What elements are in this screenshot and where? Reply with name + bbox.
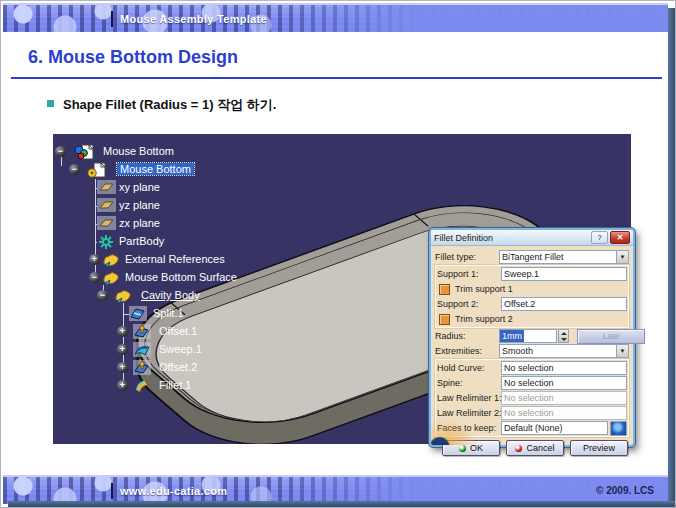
offset-icon [133,324,153,340]
group-frame-supports: Support 1:Sweep.1Trim support 1Support 2… [435,265,629,328]
field-label: Faces to keep: [437,423,501,433]
status-dot-icon [515,445,522,452]
openbody-icon [113,288,133,304]
tree-item-mouse-bottom[interactable]: −Mouse Bottom [53,143,631,161]
tree-item-label[interactable]: Mouse Bottom [117,163,194,175]
tree-item-mouse-bottom-part[interactable]: −Mouse Bottom [53,161,631,179]
footer-copyright: © 2009. LCS [596,485,654,496]
tree-item-xy-plane[interactable]: xy plane [53,179,631,197]
row-trim-support-1: Trim support 1 [437,282,627,296]
dropdown-value: Smooth [502,346,533,356]
slide-right-edge [668,8,675,507]
product-icon [73,144,93,160]
input-support-2[interactable]: Offset.2 [501,297,627,311]
field-label: Spine: [437,378,501,388]
row-radius: Radius:1mmLaw [435,329,629,343]
row-trim-support-2: Trim support 2 [437,312,627,326]
field-label: Fillet type: [435,252,499,262]
fillet-definition-dialog: Fillet Definition ? ✕ Fillet type:BiTang… [429,228,635,447]
tree-item-label[interactable]: Cavity Body [141,289,200,301]
tree-item-label[interactable]: PartBody [119,235,164,247]
expand-icon[interactable]: + [117,326,128,337]
field-label: Radius: [435,331,499,341]
fillet-icon [133,378,153,394]
field-label: Support 2: [437,299,501,309]
input-support-1[interactable]: Sweep.1 [501,267,627,281]
row-hold-curve: Hold Curve:No selection [437,361,627,375]
row-support-1: Support 1:Sweep.1 [437,267,627,281]
split-icon [129,306,149,322]
expand-icon[interactable]: + [117,362,128,373]
tree-item-label[interactable]: Offset.2 [159,361,197,373]
button-label: Cancel [526,443,554,453]
collapse-icon[interactable]: − [55,146,66,157]
field-label: Law Relimiter 2: [437,408,501,418]
row-law-relimiter-2: Law Relimiter 2:No selection [437,406,627,420]
offset-icon [133,360,153,376]
chevron-down-icon[interactable]: ▼ [616,251,628,263]
collapse-icon[interactable]: − [97,290,108,301]
dialog-titlebar[interactable]: Fillet Definition ? ✕ [431,230,633,246]
slide-bottom-edge [8,501,675,507]
tree-item-label[interactable]: yz plane [119,199,160,211]
plane-icon [97,198,117,214]
checkbox-trim-support-1[interactable] [439,284,450,295]
expand-icon[interactable]: + [117,380,128,391]
tree-item-label[interactable]: Mouse Bottom Surface [125,271,237,283]
collapse-icon[interactable]: − [89,272,100,283]
checkbox-label: Trim support 2 [455,314,513,324]
plane-icon [97,216,117,232]
expand-icon[interactable]: + [89,254,100,265]
dialog-button-row: OKCancelPreview [435,440,629,456]
checkbox-trim-support-2[interactable] [439,314,450,325]
ok-button[interactable]: OK [442,440,500,456]
status-dot-icon [459,445,466,452]
radius-spinner[interactable] [558,329,569,343]
chevron-down-icon[interactable]: ▼ [616,345,628,357]
input-spine[interactable]: No selection [501,376,627,390]
tree-item-label[interactable]: Sweep.1 [159,343,202,355]
footer-banner: www.edu-catia.com © 2009. LCS [3,475,668,504]
input-faces-to-keep[interactable]: Default (None) [501,421,608,435]
input-radius[interactable]: 1mm [499,329,557,343]
dialog-body: Fillet type:BiTangent Fillet▼Support 1:S… [431,246,633,458]
tree-item-label[interactable]: zx plane [119,217,160,229]
tree-item-label[interactable]: Offset.1 [159,325,197,337]
dialog-close-button[interactable]: ✕ [610,231,630,244]
tree-item-label[interactable]: External References [125,253,225,265]
input-law-relimiter-1: No selection [501,391,627,405]
row-spine: Spine:No selection [437,376,627,390]
header-divider [111,11,113,27]
input-law-relimiter-2: No selection [501,406,627,420]
openbody-icon [101,252,121,268]
bullet-row: Shape Fillet (Radius = 1) 작업 하기. [47,96,276,114]
tree-item-label[interactable]: Fillet.1 [159,379,191,391]
plane-icon [97,180,117,196]
radius-value-selected: 1mm [500,330,524,342]
input-hold-curve[interactable]: No selection [501,361,627,375]
dialog-title: Fillet Definition [434,233,591,243]
tree-item-label[interactable]: Mouse Bottom [103,145,174,157]
footer-site-text: www.edu-catia.com [120,485,227,497]
dialog-help-button[interactable]: ? [591,231,608,244]
button-label: OK [470,443,483,453]
row-fillet-type: Fillet type:BiTangent Fillet▼ [435,250,629,264]
collapse-icon[interactable]: − [69,164,80,175]
tree-item-yz-plane[interactable]: yz plane [53,197,631,215]
field-label: Extremities: [435,346,499,356]
preview-button[interactable]: Preview [570,440,628,456]
checkbox-label: Trim support 1 [455,284,513,294]
tree-item-label[interactable]: xy plane [119,181,160,193]
slide: Mouse Assembly Template 6. Mouse Bottom … [0,0,676,508]
row-faces-to-keep: Faces to keep:Default (None) [437,421,627,435]
bullet-text: Shape Fillet (Radius = 1) 작업 하기. [63,96,276,114]
dropdown-extremities[interactable]: Smooth▼ [499,344,629,358]
expand-icon[interactable]: + [117,344,128,355]
field-label: Law Relimiter 1: [437,393,501,403]
partbody-icon [97,234,117,250]
tree-item-label[interactable]: Split.1 [153,307,184,319]
header-banner: Mouse Assembly Template [3,3,668,32]
dropdown-fillet-type[interactable]: BiTangent Fillet▼ [499,250,629,264]
faces-to-keep-icon[interactable] [610,421,627,436]
cancel-button[interactable]: Cancel [506,440,564,456]
